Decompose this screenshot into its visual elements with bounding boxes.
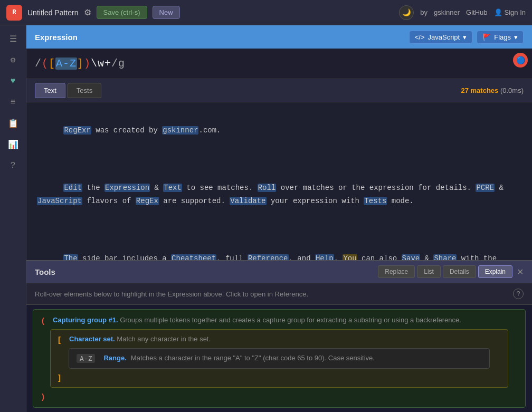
match: Tests bbox=[364, 197, 387, 205]
expression-text: /([A-Z])\w+/g bbox=[35, 58, 125, 70]
tools-label: Tools bbox=[35, 267, 376, 276]
group-desc-container: Capturing group #1. Groups multiple toke… bbox=[53, 316, 461, 324]
match: gskinner bbox=[162, 126, 198, 135]
close-paren: ) bbox=[42, 392, 44, 401]
match: Save bbox=[402, 254, 421, 260]
range-label: A-Z bbox=[77, 354, 95, 363]
charset-panel: [ Character set. Match any character in … bbox=[50, 329, 508, 388]
range-row: A-Z Range. Matches a character in the ra… bbox=[77, 354, 482, 363]
match: Edit bbox=[63, 184, 82, 192]
tools-description: Roll-over elements below to highlight in… bbox=[26, 283, 532, 305]
sidebar-favorites[interactable]: ♥ bbox=[4, 72, 23, 91]
match-current: You bbox=[343, 254, 357, 260]
match: Help bbox=[315, 254, 334, 260]
expression-label: Expression bbox=[35, 33, 78, 42]
settings-button[interactable]: ⚙ bbox=[84, 7, 91, 17]
text-area-header: Text Tests 27 matches (0.0ms) bbox=[26, 79, 532, 102]
match: Validate bbox=[230, 197, 266, 205]
sidebar-menu[interactable]: ☰ bbox=[4, 30, 23, 49]
sidebar-list[interactable]: ≡ bbox=[4, 93, 23, 112]
tab-text[interactable]: Text bbox=[35, 83, 65, 98]
feedback-button[interactable]: 🔵 bbox=[513, 53, 528, 68]
open-bracket: [ bbox=[58, 335, 61, 344]
replace-button[interactable]: Replace bbox=[378, 265, 415, 278]
open-paren: ( bbox=[42, 316, 44, 325]
range-panel: A-Z Range. Matches a character in the ra… bbox=[69, 348, 490, 369]
matches-count: 27 matches bbox=[461, 87, 498, 94]
text-line: Edit the Expression & Text to see matche… bbox=[37, 168, 521, 222]
topbar: R Untitled Pattern ⚙ Save (ctrl-s) New 🌙… bbox=[0, 0, 532, 25]
group-desc: Groups multiple tokens together and crea… bbox=[120, 316, 461, 324]
close-tools-button[interactable]: ✕ bbox=[517, 267, 524, 277]
match: Text bbox=[163, 184, 182, 192]
sidebar-reference[interactable]: 📋 bbox=[4, 114, 23, 133]
match: Cheatsheet bbox=[171, 254, 216, 260]
matches-info: 27 matches (0.0ms) bbox=[461, 87, 524, 94]
flags-select[interactable]: 🚩 Flags ▾ bbox=[477, 31, 524, 44]
language-select[interactable]: </> JavaScript ▾ bbox=[409, 31, 473, 44]
list-button[interactable]: List bbox=[417, 265, 441, 278]
sidebar-settings[interactable]: ⚙ bbox=[4, 51, 23, 70]
charset-desc-container: Character set. Match any character in th… bbox=[69, 335, 211, 343]
main-content: Expression </> JavaScript ▾ 🚩 Flags ▾ /(… bbox=[26, 25, 532, 412]
capturing-group-row: ( Capturing group #1. Groups multiple to… bbox=[42, 316, 517, 325]
by-text: by bbox=[420, 8, 428, 16]
close-paren-row: ) bbox=[42, 392, 517, 401]
expression-input[interactable]: /([A-Z])\w+/g 🔵 bbox=[26, 49, 532, 79]
charset-title: Character set. bbox=[69, 335, 115, 343]
charset-row: [ Character set. Match any character in … bbox=[58, 335, 500, 344]
match: RegEx bbox=[136, 197, 159, 205]
tools-desc-text: Roll-over elements below to highlight in… bbox=[35, 290, 308, 298]
charset-desc: Match any character in the set. bbox=[117, 335, 211, 343]
match: Expression bbox=[104, 184, 150, 192]
tab-tests[interactable]: Tests bbox=[68, 83, 101, 98]
dark-mode-button[interactable]: 🌙 bbox=[399, 5, 414, 20]
text-line bbox=[37, 153, 521, 166]
expression-header: Expression </> JavaScript ▾ 🚩 Flags ▾ bbox=[26, 25, 532, 49]
range-title: Range. bbox=[103, 354, 126, 362]
expression-controls: </> JavaScript ▾ 🚩 Flags ▾ bbox=[409, 31, 524, 44]
text-line: RegExr was created by gskinner.com. bbox=[37, 111, 521, 151]
github-link[interactable]: GitHub bbox=[466, 8, 487, 16]
sidebar: ☰ ⚙ ♥ ≡ 📋 📊 ? bbox=[0, 25, 26, 412]
app-logo: R bbox=[6, 5, 22, 21]
match: Share bbox=[433, 254, 457, 260]
match: The bbox=[63, 254, 78, 260]
close-bracket: ] bbox=[58, 373, 61, 382]
match: PCRE bbox=[476, 184, 495, 192]
new-button[interactable]: New bbox=[153, 6, 180, 19]
save-button[interactable]: Save (ctrl-s) bbox=[97, 6, 147, 19]
topbar-right: 🌙 by gskinner GitHub 👤 Sign In bbox=[399, 5, 526, 20]
sidebar-data[interactable]: 📊 bbox=[4, 135, 23, 154]
close-bracket-row: ] bbox=[58, 373, 500, 382]
match: RegExr bbox=[63, 126, 91, 135]
app-title: Untitled Pattern bbox=[27, 8, 79, 17]
match: Roll bbox=[258, 184, 277, 192]
range-desc: Matches a character in the range "A" to … bbox=[131, 354, 375, 362]
text-line: The side bar includes a Cheatsheet, full… bbox=[37, 239, 521, 260]
text-content[interactable]: RegExr was created by gskinner.com. Edit… bbox=[26, 102, 532, 260]
signin-link[interactable]: 👤 Sign In bbox=[494, 8, 526, 16]
explain-panel: ( Capturing group #1. Groups multiple to… bbox=[33, 309, 526, 408]
sidebar-help[interactable]: ? bbox=[4, 156, 23, 175]
help-icon[interactable]: ? bbox=[513, 289, 524, 299]
matches-time: (0.0ms) bbox=[500, 87, 524, 94]
details-button[interactable]: Details bbox=[443, 265, 476, 278]
group-title: Capturing group #1. bbox=[53, 316, 118, 324]
text-line bbox=[37, 224, 521, 237]
author-link[interactable]: gskinner bbox=[434, 8, 460, 16]
tools-header: Tools Replace List Details Explain ✕ bbox=[26, 260, 532, 283]
match: JavaScript bbox=[37, 197, 82, 205]
match: Reference bbox=[248, 254, 289, 260]
explain-button[interactable]: Explain bbox=[478, 265, 512, 278]
